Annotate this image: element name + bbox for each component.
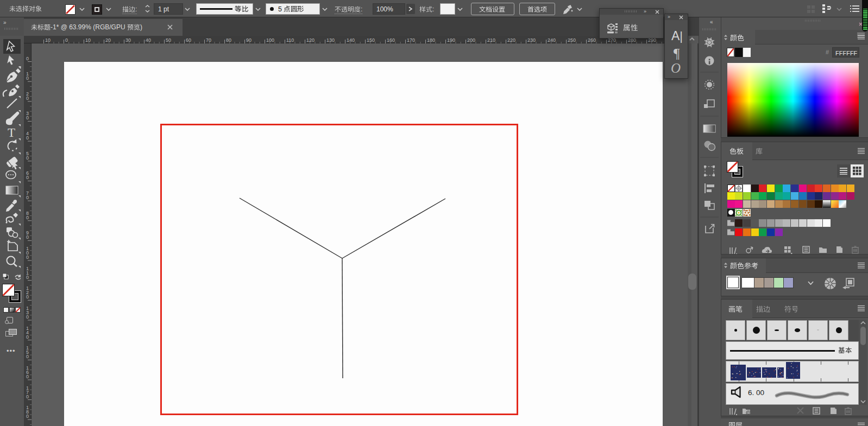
svg-text:0: 0	[26, 215, 29, 220]
svg-text:120: 120	[306, 37, 315, 43]
svg-text:0: 0	[26, 414, 29, 419]
svg-text:190: 190	[447, 37, 455, 43]
svg-text:50: 50	[166, 37, 171, 43]
svg-text:0: 0	[26, 234, 29, 240]
svg-text:250: 250	[568, 37, 576, 43]
svg-text:0: 0	[26, 175, 29, 180]
svg-text:0: 0	[26, 334, 29, 340]
svg-text:0: 0	[26, 195, 29, 200]
svg-text:0: 0	[26, 374, 29, 379]
svg-text:0: 0	[65, 37, 68, 43]
svg-text:40: 40	[146, 37, 151, 43]
svg-text:260: 260	[588, 37, 596, 43]
svg-text:0: 0	[26, 96, 29, 101]
svg-text:140: 140	[347, 37, 355, 43]
svg-text:150: 150	[367, 37, 375, 43]
svg-text:0: 0	[26, 314, 29, 320]
svg-text:0: 0	[26, 56, 29, 61]
svg-text:70: 70	[206, 37, 211, 43]
svg-text:210: 210	[487, 37, 495, 43]
svg-text:0: 0	[26, 275, 29, 280]
svg-text:10: 10	[85, 37, 91, 43]
svg-text:160: 160	[387, 37, 395, 43]
svg-text:0: 0	[26, 135, 29, 141]
svg-text:30: 30	[125, 37, 131, 43]
svg-text:0: 0	[26, 115, 29, 120]
svg-text:200: 200	[467, 37, 475, 43]
svg-text:20: 20	[105, 37, 111, 43]
svg-text:0: 0	[26, 75, 29, 81]
svg-text:10: 10	[45, 37, 51, 43]
svg-text:130: 130	[326, 37, 335, 43]
svg-text:0: 0	[26, 255, 29, 260]
svg-text:T: T	[8, 126, 15, 139]
svg-text:100: 100	[266, 37, 274, 43]
svg-text:0: 0	[26, 294, 29, 300]
svg-text:240: 240	[548, 37, 556, 43]
svg-text:90: 90	[246, 37, 251, 43]
svg-text:180: 180	[427, 37, 435, 43]
svg-text:0: 0	[26, 155, 29, 161]
svg-text:170: 170	[407, 37, 415, 43]
svg-text:60: 60	[186, 37, 191, 43]
svg-text:0: 0	[26, 354, 29, 359]
svg-text:0: 0	[26, 394, 29, 399]
svg-text:230: 230	[527, 37, 536, 43]
svg-text:220: 220	[507, 37, 515, 43]
svg-text:80: 80	[226, 37, 231, 43]
